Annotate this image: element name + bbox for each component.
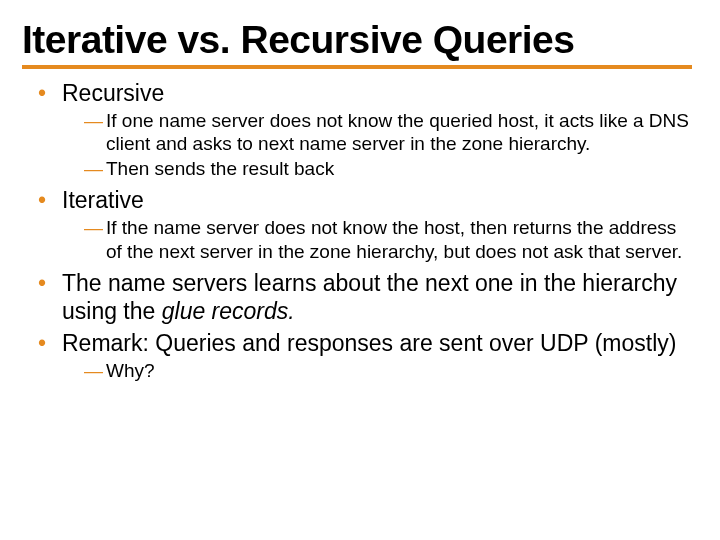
- sub-item: Then sends the result back: [84, 157, 692, 180]
- bullet-glue-records: The name servers learns about the next o…: [38, 269, 692, 325]
- bullet-text-pre: The name servers learns about the next o…: [62, 270, 677, 324]
- sub-list: Why?: [62, 359, 692, 382]
- bullet-recursive: Recursive If one name server does not kn…: [38, 79, 692, 181]
- bullet-text-em: glue records.: [162, 298, 295, 324]
- bullet-text: Iterative: [62, 187, 144, 213]
- bullet-list: Recursive If one name server does not kn…: [22, 79, 692, 382]
- bullet-text: Remark: Queries and responses are sent o…: [62, 330, 676, 356]
- sub-list: If the name server does not know the hos…: [62, 216, 692, 262]
- bullet-iterative: Iterative If the name server does not kn…: [38, 186, 692, 262]
- sub-item: If the name server does not know the hos…: [84, 216, 692, 262]
- sub-item: Why?: [84, 359, 692, 382]
- sub-item: If one name server does not know the que…: [84, 109, 692, 155]
- bullet-remark: Remark: Queries and responses are sent o…: [38, 329, 692, 382]
- bullet-text: Recursive: [62, 80, 164, 106]
- slide: Iterative vs. Recursive Queries Recursiv…: [0, 0, 720, 540]
- sub-list: If one name server does not know the que…: [62, 109, 692, 181]
- slide-title: Iterative vs. Recursive Queries: [22, 18, 692, 69]
